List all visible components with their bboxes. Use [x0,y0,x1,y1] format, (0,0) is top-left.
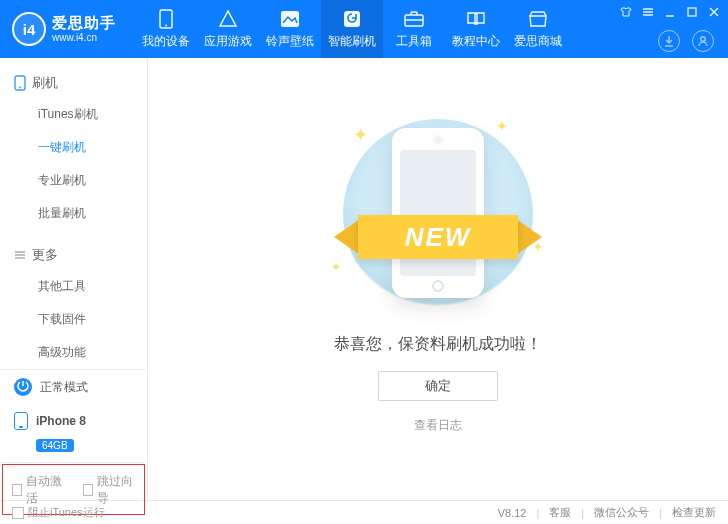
skin-icon[interactable] [618,4,634,20]
svg-point-15 [19,87,21,89]
refresh-icon [342,9,362,29]
success-message: 恭喜您，保资料刷机成功啦！ [334,334,542,355]
wechat-link[interactable]: 微信公众号 [594,505,649,520]
app-header: i4 爱思助手 www.i4.cn 我的设备 应用游戏 铃声壁纸 [0,0,728,58]
sparkle-icon: ✦ [353,124,368,146]
app-title: 爱思助手 [52,15,116,32]
download-button[interactable] [658,30,680,52]
nav-ringtones-wallpapers[interactable]: 铃声壁纸 [259,0,321,58]
user-button[interactable] [692,30,714,52]
more-icon [14,249,26,261]
top-nav: 我的设备 应用游戏 铃声壁纸 智能刷机 工具箱 [135,0,569,58]
checkbox-icon [83,484,93,496]
checkbox-icon [12,507,24,519]
capacity-badge: 64GB [36,439,74,452]
nav-apps-games[interactable]: 应用游戏 [197,0,259,58]
app-subtitle: www.i4.cn [52,32,116,43]
checkbox-skip-guide[interactable]: 跳过向导 [83,473,136,507]
book-icon [466,9,486,29]
sidebar-item-other-tools[interactable]: 其他工具 [0,270,147,303]
view-log-link[interactable]: 查看日志 [414,417,462,434]
version-text: V8.12 [498,507,527,519]
success-illustration: ✦ ✦ ✦ ✦ NEW [313,114,563,314]
svg-rect-10 [688,8,696,16]
window-controls [618,4,722,20]
nav-my-device[interactable]: 我的设备 [135,0,197,58]
sidebar-item-advanced[interactable]: 高级功能 [0,336,147,369]
maximize-button[interactable] [684,4,700,20]
close-button[interactable] [706,4,722,20]
nav-toolbox[interactable]: 工具箱 [383,0,445,58]
picture-icon [280,9,300,29]
ok-button[interactable]: 确定 [378,371,498,401]
check-update-link[interactable]: 检查更新 [672,505,716,520]
toolbox-icon [403,9,425,29]
mode-icon [14,378,32,396]
connected-device[interactable]: iPhone 8 [0,404,147,438]
sidebar-group-flash: 刷机 [0,68,147,98]
sidebar-item-itunes-flash[interactable]: iTunes刷机 [0,98,147,131]
device-icon [159,9,173,29]
device-icon [14,412,28,430]
store-icon [528,9,548,29]
svg-point-1 [165,24,167,26]
svg-point-13 [701,37,706,42]
sidebar-item-batch-flash[interactable]: 批量刷机 [0,197,147,230]
logo-mark: i4 [12,12,46,46]
app-logo: i4 爱思助手 www.i4.cn [0,0,135,58]
nav-tutorials[interactable]: 教程中心 [445,0,507,58]
phone-icon [14,75,26,91]
sidebar-group-more: 更多 [0,240,147,270]
sparkle-icon: ✦ [496,118,508,134]
checkbox-auto-activate[interactable]: 自动激活 [12,473,65,507]
menu-icon[interactable] [640,4,656,20]
sidebar-item-download-firmware[interactable]: 下载固件 [0,303,147,336]
new-ribbon: NEW [328,209,548,265]
sidebar: 刷机 iTunes刷机 一键刷机 专业刷机 批量刷机 更多 其他工具 下载固件 … [0,58,148,500]
nav-store[interactable]: 爱思商城 [507,0,569,58]
support-link[interactable]: 客服 [549,505,571,520]
minimize-button[interactable] [662,4,678,20]
device-mode[interactable]: 正常模式 [0,370,147,404]
apps-icon [218,9,238,29]
main-content: ✦ ✦ ✦ ✦ NEW 恭喜您，保资料刷机成功啦！ 确定 查看日志 [148,58,728,500]
sidebar-item-oneclick-flash[interactable]: 一键刷机 [0,131,147,164]
checkbox-icon [12,484,22,496]
nav-smart-flash[interactable]: 智能刷机 [321,0,383,58]
checkbox-block-itunes[interactable]: 阻止iTunes运行 [12,505,105,520]
sidebar-item-pro-flash[interactable]: 专业刷机 [0,164,147,197]
